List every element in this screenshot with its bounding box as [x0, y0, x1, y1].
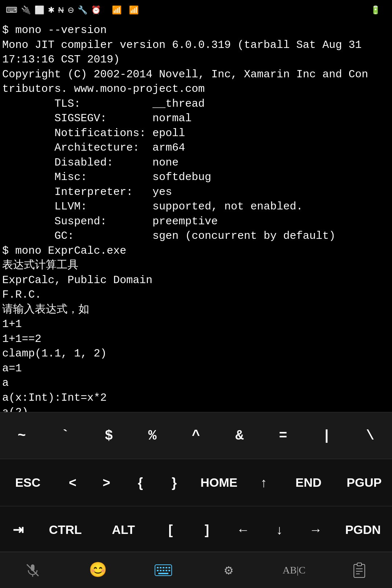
terminal-output: $ mono --versionMono JIT compiler versio…	[0, 20, 392, 412]
key-x[interactable]: ←	[227, 519, 260, 540]
terminal-line: a(2)	[2, 405, 390, 412]
terminal-line: tributors. www.mono-project.com	[2, 82, 390, 97]
svg-rect-14	[158, 573, 168, 574]
text-icon[interactable]: AB|C	[261, 564, 327, 576]
terminal-line: Suspend: preemptive	[2, 214, 390, 229]
svg-rect-7	[166, 567, 167, 568]
keyboard-icon[interactable]	[131, 564, 196, 576]
key-x[interactable]: <	[56, 472, 89, 493]
terminal-line: GC: sgen (concurrent by default)	[2, 229, 390, 244]
special-key-x[interactable]: $	[93, 425, 125, 446]
key-HOME[interactable]: HOME	[192, 473, 246, 493]
key-x[interactable]: ]	[191, 519, 223, 540]
signal-bars-1: 📶	[112, 5, 122, 15]
dnd-icon: ⊖	[68, 5, 74, 15]
status-right: 🔋	[371, 5, 386, 15]
terminal-line: Notifications: epoll	[2, 126, 390, 141]
terminal-line: Misc: softdebug	[2, 170, 390, 185]
keyboard-status-icon: ⌨	[6, 5, 17, 15]
bottom-bar[interactable]: 😊 ⚙AB|C	[0, 552, 392, 588]
settings-icon[interactable]: ⚙	[196, 562, 261, 579]
key-x[interactable]: →	[299, 519, 332, 540]
terminal-line: ExprCalc, Public Domain	[2, 273, 390, 288]
terminal-line: Architecture: arm64	[2, 140, 390, 155]
emoji-icon[interactable]: 😊	[65, 561, 131, 579]
key-x[interactable]: }	[158, 472, 191, 493]
special-key-x[interactable]: ^	[180, 425, 212, 446]
key-END[interactable]: END	[281, 473, 336, 493]
terminal-line: 1+1==2	[2, 332, 390, 347]
special-key-x[interactable]: |	[310, 425, 343, 446]
terminal-line: TLS: __thread	[2, 97, 390, 111]
terminal-line: LLVM: supported, not enabled.	[2, 199, 390, 214]
wrench-icon: 🔧	[78, 5, 87, 15]
svg-rect-9	[157, 570, 159, 571]
key-x[interactable]: {	[124, 472, 157, 493]
special-key-x[interactable]: &	[223, 425, 256, 446]
usb-icon: 🔌	[21, 5, 31, 15]
terminal-line: clamp(1.1, 1, 2)	[2, 346, 390, 361]
battery-icon: 🔋	[371, 5, 380, 15]
keyboard-row-2[interactable]: ⇥CTRLALT[]←↓→PGDN	[0, 506, 392, 554]
svg-rect-5	[160, 567, 162, 568]
mic-off-icon[interactable]	[0, 563, 65, 577]
svg-rect-8	[168, 567, 170, 568]
terminal-line: 请输入表达式，如	[2, 302, 390, 317]
keyboard-area[interactable]: ESC<>{}HOME↑ENDPGUP ⇥CTRLALT[]←↓→PGDN	[0, 459, 392, 554]
terminal-line: 表达式计算工具	[2, 258, 390, 273]
terminal-line: 1+1	[2, 317, 390, 332]
keyboard-row-1[interactable]: ESC<>{}HOME↑ENDPGUP	[0, 459, 392, 506]
special-key-x[interactable]: =	[267, 425, 299, 446]
clipboard-icon[interactable]	[327, 562, 392, 578]
special-key-x[interactable]: \	[354, 425, 387, 446]
alarm-icon: ⏰	[91, 5, 101, 15]
terminal-line: Disabled: none	[2, 155, 390, 170]
key-PGDN[interactable]: PGDN	[336, 520, 390, 540]
terminal-line: a	[2, 376, 390, 391]
status-bar: ⌨ 🔌 ⬜ ✱ N ⊖ 🔧 ⏰ 📶 📶 🔋	[0, 0, 392, 20]
terminal-line: Mono JIT compiler version 6.0.0.319 (tar…	[2, 38, 390, 53]
terminal-line: F.R.C.	[2, 287, 390, 302]
svg-rect-10	[160, 570, 162, 571]
key-x[interactable]: >	[90, 472, 123, 493]
screen-icon: ⬜	[34, 5, 44, 15]
svg-rect-4	[157, 567, 159, 568]
special-key-x[interactable]: %	[136, 425, 169, 446]
terminal-line: Copyright (C) 2002-2014 Novell, Inc, Xam…	[2, 67, 390, 82]
key-x[interactable]: ⇥	[2, 519, 34, 540]
signal-bars-2: 📶	[129, 5, 139, 15]
terminal-line: 17:13:16 CST 2019)	[2, 52, 390, 67]
terminal-line: SIGSEGV: normal	[2, 111, 390, 126]
no-nfc-icon: N	[58, 5, 64, 15]
special-key-x[interactable]: `	[49, 425, 82, 446]
bluetooth-icon: ✱	[48, 5, 54, 15]
key-CTRL[interactable]: CTRL	[38, 520, 93, 540]
svg-rect-11	[163, 570, 164, 571]
special-keyboard-row: ~`$%^&=|\	[0, 412, 392, 459]
special-key-x[interactable]: ~	[5, 425, 38, 446]
key-x[interactable]: [	[154, 519, 187, 540]
key-PGUP[interactable]: PGUP	[337, 473, 391, 493]
terminal-line: a(x:Int):Int=x*2	[2, 391, 390, 405]
terminal-line: $ mono --version	[2, 23, 390, 38]
svg-rect-16	[357, 563, 362, 566]
svg-rect-13	[168, 570, 170, 571]
terminal-line: a=1	[2, 361, 390, 376]
svg-rect-6	[163, 567, 164, 568]
svg-rect-12	[166, 570, 167, 571]
key-x[interactable]: ↑	[248, 472, 280, 493]
status-icons-left: ⌨ 🔌 ⬜ ✱ N ⊖ 🔧 ⏰ 📶 📶	[6, 5, 139, 15]
terminal-line: Interpreter: yes	[2, 185, 390, 200]
key-ALT[interactable]: ALT	[96, 520, 151, 540]
key-x[interactable]: ↓	[263, 519, 296, 540]
terminal-line: $ mono ExprCalc.exe	[2, 244, 390, 258]
key-ESC[interactable]: ESC	[1, 473, 55, 493]
